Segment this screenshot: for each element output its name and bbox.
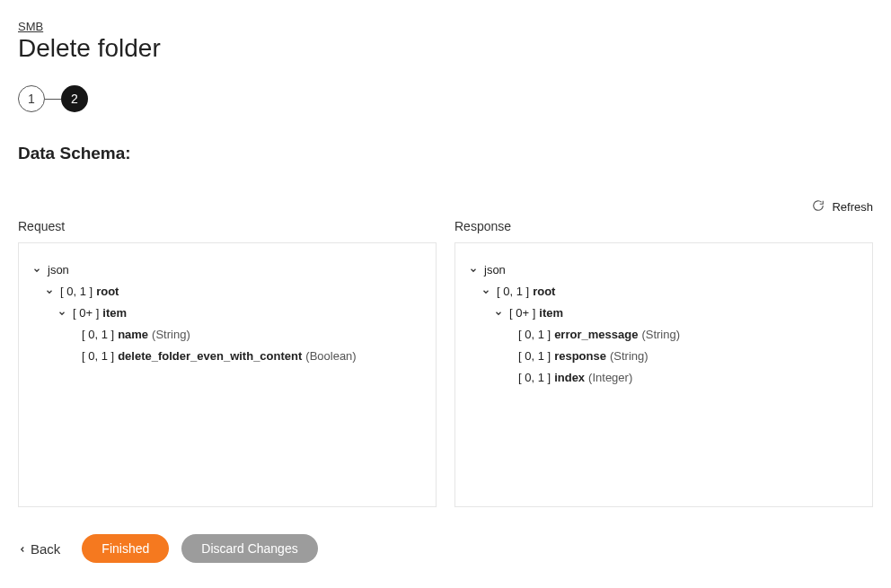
cardinality: [ 0, 1 ] [82, 346, 114, 367]
data-schema-title: Data Schema: [18, 144, 873, 163]
node-type: (String) [152, 324, 190, 346]
back-label: Back [31, 541, 60, 557]
node-name: name [118, 324, 148, 346]
tree-row: [ 0, 1 ]name(String) [31, 324, 423, 346]
node-type: (String) [641, 324, 680, 346]
cardinality: [ 0+ ] [509, 303, 535, 324]
request-panel: json[ 0, 1 ]root[ 0+ ]item[ 0, 1 ]name(S… [18, 242, 437, 507]
node-name: item [102, 303, 127, 324]
tree-row: [ 0, 1 ]root [468, 281, 860, 303]
stepper: 1 2 [18, 85, 873, 112]
chevron-left-icon [18, 541, 27, 557]
tree-row: json [31, 259, 423, 281]
cardinality: [ 0, 1 ] [518, 346, 551, 367]
cardinality: [ 0, 1 ] [60, 281, 93, 303]
response-panel: json[ 0, 1 ]root[ 0+ ]item[ 0, 1 ]error_… [454, 242, 873, 507]
chevron-down-icon[interactable] [468, 266, 479, 275]
node-name: index [554, 367, 585, 389]
node-name: json [48, 259, 69, 281]
tree-row: [ 0, 1 ]root [31, 281, 423, 303]
step-1[interactable]: 1 [18, 85, 45, 112]
refresh-icon [812, 199, 825, 215]
chevron-down-icon[interactable] [493, 309, 504, 318]
node-name: root [533, 281, 555, 303]
cardinality: [ 0, 1 ] [518, 367, 551, 389]
cardinality: [ 0, 1 ] [82, 324, 114, 346]
chevron-down-icon[interactable] [57, 309, 67, 318]
page-title: Delete folder [18, 34, 873, 63]
tree-row: json [468, 259, 860, 281]
discard-button[interactable]: Discard Changes [181, 534, 317, 563]
cardinality: [ 0+ ] [73, 303, 99, 324]
step-2[interactable]: 2 [61, 85, 88, 112]
tree-row: [ 0, 1 ]error_message(String) [468, 324, 860, 346]
cardinality: [ 0, 1 ] [497, 281, 529, 303]
tree-row: [ 0+ ]item [31, 303, 423, 324]
response-label: Response [454, 219, 873, 233]
back-button[interactable]: Back [18, 541, 60, 557]
finished-button[interactable]: Finished [82, 534, 169, 563]
cardinality: [ 0, 1 ] [518, 324, 551, 346]
node-name: root [96, 281, 119, 303]
refresh-label: Refresh [832, 200, 873, 214]
breadcrumb[interactable]: SMB [18, 20, 43, 33]
tree-row: [ 0, 1 ]response(String) [468, 346, 860, 367]
node-type: (String) [610, 346, 648, 367]
tree-row: [ 0, 1 ]delete_folder_even_with_content(… [31, 346, 423, 367]
chevron-down-icon[interactable] [31, 266, 42, 275]
node-name: error_message [554, 324, 638, 346]
tree-row: [ 0, 1 ]index(Integer) [468, 367, 860, 389]
node-name: delete_folder_even_with_content [118, 346, 302, 367]
node-name: item [539, 303, 563, 324]
node-name: response [554, 346, 606, 367]
request-label: Request [18, 219, 437, 233]
node-type: (Boolean) [305, 346, 356, 367]
step-connector [45, 99, 61, 100]
refresh-button[interactable]: Refresh [18, 199, 873, 215]
tree-row: [ 0+ ]item [468, 303, 860, 324]
node-type: (Integer) [588, 367, 632, 389]
chevron-down-icon[interactable] [44, 287, 55, 296]
chevron-down-icon[interactable] [481, 287, 491, 296]
node-name: json [484, 259, 506, 281]
